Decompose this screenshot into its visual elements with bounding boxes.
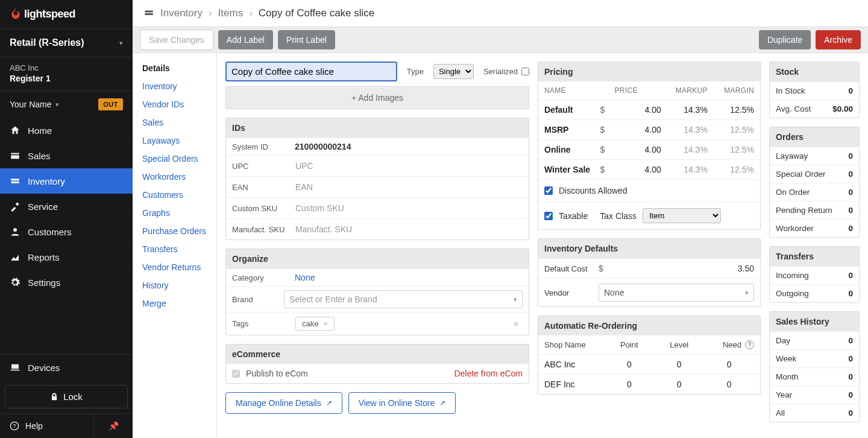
discounts-checkbox[interactable] xyxy=(544,186,553,195)
reorder-point-input[interactable]: 0 xyxy=(604,379,654,389)
price-input[interactable]: 4.00 xyxy=(615,165,661,174)
transfers-section: Transfers Incoming0 Outgoing0 xyxy=(769,246,860,303)
series-dropdown[interactable]: Retail (R-Series) ▾ xyxy=(0,28,133,57)
nav-inventory[interactable]: Inventory xyxy=(0,168,133,194)
ids-head: IDs xyxy=(226,118,529,138)
add-label-button[interactable]: Add Label xyxy=(218,30,273,49)
chevron-down-icon: ▾ xyxy=(55,101,59,109)
tab-graphs[interactable]: Graphs xyxy=(133,204,216,222)
tags-input[interactable]: cake × × xyxy=(295,316,523,331)
vendor-select[interactable]: None ▾ xyxy=(599,284,754,302)
lock-button[interactable]: Lock xyxy=(5,385,128,408)
sales-history-section: Sales History Day0 Week0 Month0 Year0 Al… xyxy=(769,311,860,422)
series-label: Retail (R-Series) xyxy=(10,37,84,48)
pricing-head: Pricing xyxy=(538,62,760,81)
price-input[interactable]: 4.00 xyxy=(615,105,661,115)
manuf-sku-input[interactable] xyxy=(295,223,523,236)
nav-sales[interactable]: Sales xyxy=(0,143,133,168)
system-id-label: System ID xyxy=(232,142,290,151)
view-online-store-button[interactable]: View in Online Store ↗ xyxy=(348,392,456,414)
category-label: Category xyxy=(232,273,290,282)
tab-workorders[interactable]: Workorders xyxy=(133,168,216,186)
system-id-value: 210000000214 xyxy=(295,142,523,151)
nav-settings[interactable]: Settings xyxy=(0,270,133,295)
help-button[interactable]: ? Help xyxy=(0,414,94,438)
duplicate-button[interactable]: Duplicate xyxy=(759,30,811,49)
tab-history[interactable]: History xyxy=(133,276,216,294)
reorder-point-input[interactable]: 0 xyxy=(604,360,654,369)
tab-vendor-ids[interactable]: Vendor IDs xyxy=(133,95,216,113)
svg-text:?: ? xyxy=(13,423,16,429)
category-link[interactable]: None xyxy=(295,273,523,282)
taxable-checkbox[interactable] xyxy=(544,212,553,220)
tab-inventory[interactable]: Inventory xyxy=(133,77,216,95)
tab-vendor-returns[interactable]: Vendor Returns xyxy=(133,258,216,276)
tab-sales[interactable]: Sales xyxy=(133,113,216,132)
close-icon[interactable]: × xyxy=(514,319,522,329)
nav-reports[interactable]: Reports xyxy=(0,244,133,270)
serialized-checkbox[interactable] xyxy=(521,68,529,75)
tab-layaways[interactable]: Layaways xyxy=(133,132,216,150)
user-row[interactable]: Your Name ▾ OUT xyxy=(0,91,133,118)
price-input[interactable]: 4.00 xyxy=(615,125,661,135)
upc-label: UPC xyxy=(232,162,290,171)
orders-section: Orders Layaway0 Special Order0 On Order0… xyxy=(769,127,860,238)
price-input[interactable]: 4.00 xyxy=(615,145,661,154)
register-name: Register 1 xyxy=(10,74,123,83)
add-images-button[interactable]: + Add Images xyxy=(225,86,529,109)
tags-label: Tags xyxy=(232,319,290,328)
discounts-label: Discounts Allowed xyxy=(559,186,627,195)
crumb-items[interactable]: Items xyxy=(218,7,244,19)
crumb-inventory[interactable]: Inventory xyxy=(160,7,203,19)
default-cost-input[interactable]: 3.50 xyxy=(612,264,754,273)
nav-home[interactable]: Home xyxy=(0,118,133,143)
type-select[interactable]: Single xyxy=(433,64,474,79)
print-label-button[interactable]: Print Label xyxy=(278,30,335,49)
price-row: Online $ 4.00 14.3% 12.5% xyxy=(538,139,760,159)
breadcrumb: Inventory › Items › Copy of Coffee cake … xyxy=(133,0,868,27)
nav-devices[interactable]: Devices xyxy=(0,355,133,380)
tab-customers[interactable]: Customers xyxy=(133,186,216,204)
clock-status-badge[interactable]: OUT xyxy=(98,98,123,110)
nav-customers[interactable]: Customers xyxy=(0,219,133,244)
delete-from-ecom-link[interactable]: Delete from eCom xyxy=(454,369,523,378)
tab-transfers[interactable]: Transfers xyxy=(133,240,216,258)
lock-label: Lock xyxy=(63,392,83,402)
archive-button[interactable]: Archive xyxy=(816,30,861,49)
tag-chip[interactable]: cake × xyxy=(295,317,335,331)
reorder-level-input[interactable]: 0 xyxy=(654,360,704,369)
brand-select[interactable]: Select or Enter a Brand ▾ xyxy=(284,290,523,308)
ean-input[interactable] xyxy=(295,180,523,194)
upc-input[interactable] xyxy=(295,159,523,173)
sidebar: lightspeed Retail (R-Series) ▾ ABC Inc R… xyxy=(0,0,133,438)
title-row: Type Single Serialized xyxy=(225,62,529,81)
tab-details[interactable]: Details xyxy=(133,59,216,77)
tab-merge[interactable]: Merge xyxy=(133,294,216,313)
chevron-down-icon: ▾ xyxy=(745,289,749,297)
taxable-label: Taxable xyxy=(559,211,588,221)
external-link-icon: ↗ xyxy=(439,399,445,407)
chevron-down-icon: ▾ xyxy=(119,39,123,47)
user-name: Your Name xyxy=(10,100,52,109)
info-icon[interactable]: ? xyxy=(745,340,754,349)
publish-ecom-row[interactable]: Publish to eCom xyxy=(232,369,308,378)
nav-service[interactable]: Service xyxy=(0,194,133,219)
price-row: MSRP $ 4.00 14.3% 12.5% xyxy=(538,119,760,139)
ecommerce-head: eCommerce xyxy=(226,344,529,364)
ecommerce-section: eCommerce Publish to eCom Delete from eC… xyxy=(225,344,529,384)
tab-purchase-orders[interactable]: Purchase Orders xyxy=(133,222,216,240)
item-title-input[interactable] xyxy=(225,62,397,81)
tab-special-orders[interactable]: Special Orders xyxy=(133,150,216,168)
devices-section: Devices Lock xyxy=(0,354,133,413)
transfers-head: Transfers xyxy=(770,247,859,266)
close-icon[interactable]: × xyxy=(323,319,328,328)
company-name: ABC Inc xyxy=(10,63,123,72)
flame-icon xyxy=(10,7,22,21)
tax-class-select[interactable]: Item xyxy=(643,208,721,223)
manage-online-button[interactable]: Manage Online Details ↗ xyxy=(225,392,342,414)
custom-sku-input[interactable] xyxy=(295,202,523,215)
help-label: Help xyxy=(25,421,43,431)
content: Details Inventory Vendor IDs Sales Layaw… xyxy=(133,53,868,438)
pin-button[interactable]: 📌 xyxy=(94,414,133,438)
reorder-level-input[interactable]: 0 xyxy=(654,379,704,389)
